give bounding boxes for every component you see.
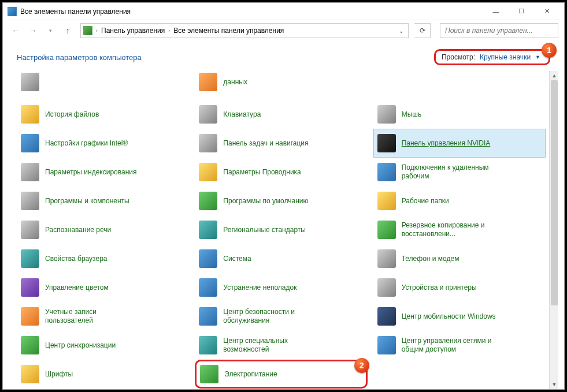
item-label: Резервное копирование и восстановлени... [402,221,500,238]
cp-item[interactable]: Параметры индексирования [17,158,189,186]
back-button[interactable]: ← [9,24,23,38]
cp-item[interactable]: Центр мобильности Windows [373,302,546,331]
minimize-button[interactable]: — [483,3,509,20]
scroll-down-icon[interactable]: ▼ [550,380,559,389]
cp-item[interactable]: Электропитание2 [195,360,367,389]
view-label: Просмотр: [442,53,475,61]
chevron-right-icon: › [168,28,170,33]
item-label: Устранение неполадок [223,283,297,292]
scroll-up-icon[interactable]: ▲ [550,71,559,80]
cp-item[interactable]: Центр безопасности и обслуживания [195,302,367,331]
view-selector[interactable]: Просмотр: Крупные значки ▼ 1 [434,49,550,65]
control-panel-window: Все элементы панели управления — ☐ ✕ ← →… [2,2,565,390]
chevron-down-icon: ▼ [535,54,540,60]
window-title: Все элементы панели управления [20,8,483,16]
item-icon [199,336,217,354]
item-label: Панель управления NVIDIA [402,139,491,148]
item-icon [21,221,39,239]
cp-item[interactable]: Панель задач и навигация [195,129,367,158]
item-icon [199,163,217,181]
search-input[interactable] [444,26,554,35]
cp-item[interactable]: Шрифты [17,360,189,389]
item-icon [199,307,217,326]
cp-item[interactable]: Учетные записи пользователей [17,302,189,331]
cp-item[interactable]: Центр управления сетями и общим доступом [373,331,546,360]
item-icon [377,221,396,239]
cp-item[interactable]: Мышь [373,100,546,129]
item-label: Электропитание [224,370,277,379]
item-label: Система [223,255,251,263]
item-icon [377,134,396,152]
cp-item[interactable]: Устранение неполадок [195,273,367,302]
item-label: Настройки графики Intel® [45,139,128,148]
item-icon [199,249,217,268]
cp-item[interactable]: История файлов [17,100,189,129]
item-icon [199,134,217,152]
cp-item[interactable]: Параметры Проводника [195,158,367,186]
item-label: Телефон и модем [402,255,459,263]
cp-item[interactable]: Свойства браузера [17,244,189,273]
item-label: Свойства браузера [45,255,108,263]
item-label: Центр управления сетями и общим доступом [402,337,500,354]
item-icon [21,105,39,124]
breadcrumb-1[interactable]: Панель управления [101,27,165,35]
cp-item[interactable]: Панель управления NVIDIA [373,129,546,158]
item-label: Управление цветом [45,283,109,292]
scrollbar[interactable]: ▲ ▼ [549,71,558,389]
chevron-right-icon: › [96,28,98,33]
maximize-button[interactable]: ☐ [509,3,534,20]
cp-item[interactable]: Центр синхронизации [17,331,189,360]
item-icon [377,192,396,210]
item-icon [21,365,39,383]
item-label: Устройства и принтеры [402,283,477,292]
cp-item[interactable]: данных [195,71,367,100]
item-icon [199,73,217,91]
item-label: Региональные стандарты [223,226,306,234]
cp-item[interactable]: Настройки графики Intel® [17,129,189,158]
cp-item[interactable]: Программы по умолчанию [195,186,367,215]
item-label: Клавиатура [223,110,261,119]
close-button[interactable]: ✕ [534,3,559,20]
cp-item[interactable]: Рабочие папки [373,186,546,215]
breadcrumb-2[interactable]: Все элементы панели управления [173,27,284,35]
refresh-button[interactable]: ⟳ [414,23,431,38]
app-icon [8,7,17,16]
item-label: Центр мобильности Windows [402,312,496,321]
cp-item[interactable]: Система [195,244,367,273]
cp-item [373,360,546,389]
item-icon [21,134,39,152]
item-label: Рабочие папки [402,197,449,206]
item-label: Панель задач и навигация [223,139,308,148]
item-icon [377,249,396,268]
up-button[interactable]: ↑ [61,24,75,38]
cp-item[interactable]: Распознавание речи [17,215,189,244]
address-dropdown-icon[interactable]: ⌄ [396,28,406,34]
cp-item[interactable]: Резервное копирование и восстановлени... [373,215,546,244]
cp-item[interactable]: Подключения к удаленным рабочим [373,158,546,186]
cp-item[interactable]: Региональные стандарты [195,215,367,244]
scroll-thumb[interactable] [551,80,558,305]
item-label: Распознавание речи [45,226,111,234]
item-icon [377,307,396,326]
cp-item[interactable]: Программы и компоненты [17,186,189,215]
item-label: Учетные записи пользователей [45,308,143,325]
cp-item[interactable]: Центр специальных возможностей [195,331,367,360]
cp-item[interactable]: Управление цветом [17,273,189,302]
item-label: Параметры индексирования [45,168,136,177]
cp-item[interactable]: Телефон и модем [373,244,546,273]
item-label: История файлов [45,110,99,119]
search-box[interactable] [440,23,558,38]
annotation-badge-2: 2 [354,358,369,373]
cp-item[interactable]: Устройства и принтеры [373,273,546,302]
item-label: Центр синхронизации [45,341,116,350]
address-bar[interactable]: › Панель управления › Все элементы панел… [80,23,409,38]
item-icon [377,163,396,181]
cp-item[interactable]: Клавиатура [195,100,367,129]
item-label: Параметры Проводника [223,168,301,177]
recent-dropdown[interactable]: ▾ [43,24,57,38]
item-label: Центр безопасности и обслуживания [223,308,321,325]
item-label: Программы по умолчанию [223,197,308,206]
cp-item [17,71,189,100]
forward-button[interactable]: → [26,24,40,38]
item-icon [199,278,217,297]
